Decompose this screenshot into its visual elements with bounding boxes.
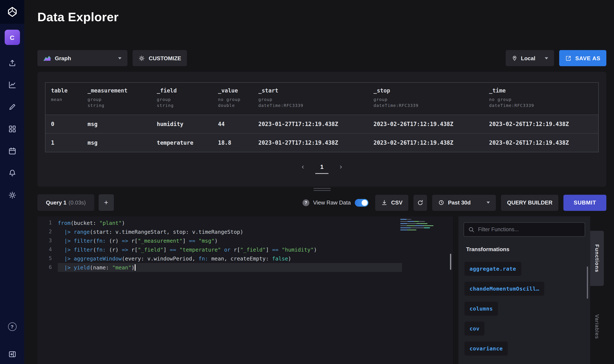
column-meta: mean xyxy=(51,97,82,103)
code-token: (every: v.windowPeriod, xyxy=(122,255,198,262)
sidebar-item-load-data[interactable] xyxy=(7,58,17,67)
table-cell: 44 xyxy=(212,121,253,127)
function-list: aggregate.ratechandeMomentumOscill…colum… xyxy=(464,262,585,355)
editor-minimap[interactable] xyxy=(400,219,438,232)
sidebar-item-notebooks[interactable] xyxy=(7,102,17,112)
editor-scrollbar-thumb[interactable] xyxy=(450,254,451,270)
sidebar-item-help[interactable]: ? xyxy=(7,322,17,331)
code-token xyxy=(176,247,179,253)
code-line[interactable]: |> aggregateWindow(every: v.windowPeriod… xyxy=(58,254,402,263)
function-item[interactable]: cov xyxy=(464,322,485,336)
sidebar-item-data-explorer[interactable] xyxy=(7,80,17,90)
code-line[interactable]: |> range(start: v.timeRangeStart, stop: … xyxy=(58,227,402,236)
query-tab[interactable]: Query 1 (0.03s) xyxy=(37,194,94,211)
code-token: range xyxy=(74,229,90,235)
code-token: == xyxy=(189,238,195,244)
sidebar-expand-button[interactable] xyxy=(7,350,17,359)
prev-page-button[interactable]: ‹ xyxy=(302,162,304,171)
help-icon[interactable]: ? xyxy=(303,199,309,206)
chevron-down-icon xyxy=(545,57,548,59)
pin-icon xyxy=(512,55,517,61)
upload-icon xyxy=(8,59,16,67)
code-token: r[ xyxy=(231,247,240,253)
function-item[interactable]: covariance xyxy=(464,341,508,355)
minimap-line xyxy=(400,230,417,230)
table-row: 0msghumidity442023-01-27T17:12:19.438Z20… xyxy=(45,115,598,133)
minimap-line xyxy=(400,223,427,224)
function-search-input[interactable] xyxy=(478,227,580,233)
code-line[interactable]: |> filter(fn: (r) => r["_field"] == "tem… xyxy=(58,245,402,254)
code-token: fn: xyxy=(96,238,106,244)
table-cell: msg xyxy=(82,140,151,146)
raw-data-table[interactable]: tablemean_measurementgroupstring_fieldgr… xyxy=(45,82,599,152)
table-cell: humidity xyxy=(151,121,212,127)
functions-scrollbar-thumb[interactable] xyxy=(587,266,588,299)
panel-resize-handle[interactable] xyxy=(313,188,330,191)
code-line[interactable]: from(bucket: "plant") xyxy=(58,219,402,227)
sidebar-item-settings[interactable] xyxy=(7,191,17,200)
sidebar-item-tasks[interactable] xyxy=(7,146,17,156)
tab-functions[interactable]: Functions xyxy=(590,231,604,286)
view-type-dropdown[interactable]: Graph xyxy=(37,50,127,66)
column-meta: no group xyxy=(218,97,253,103)
code-token: (r) xyxy=(106,238,122,244)
time-range-dropdown[interactable]: Past 30d xyxy=(432,195,496,211)
refresh-button[interactable] xyxy=(414,195,427,211)
code-token: |> xyxy=(64,238,70,244)
sidebar-item-dashboards[interactable] xyxy=(7,124,17,134)
query-builder-button[interactable]: QUERY BUILDER xyxy=(501,195,558,211)
tab-variables[interactable]: Variables xyxy=(590,309,604,344)
function-item[interactable]: columns xyxy=(464,302,498,316)
table-column-header: _stopgroupdateTime:RFC3339 xyxy=(368,83,484,115)
editor-code-area[interactable]: from(bucket: "plant") |> range(start: v.… xyxy=(58,219,453,364)
code-line[interactable]: |> yield(name: "mean") xyxy=(58,263,402,272)
code-token: fn: xyxy=(198,255,208,262)
area-chart-icon xyxy=(43,55,51,61)
code-token: "temperature" xyxy=(179,247,221,253)
minimap-line xyxy=(400,219,411,220)
code-line[interactable]: |> filter(fn: (r) => r["_measurement"] =… xyxy=(58,236,402,245)
code-token xyxy=(221,247,224,253)
minimap-line xyxy=(400,225,433,226)
current-page-number[interactable]: 1 xyxy=(315,162,329,174)
table-body: 0msghumidity442023-01-27T17:12:19.438Z20… xyxy=(45,115,598,152)
search-icon xyxy=(468,226,475,233)
save-as-button[interactable]: SAVE AS xyxy=(559,50,606,66)
line-number: 2 xyxy=(37,227,52,236)
functions-panel: Transformations aggregate.ratechandeMome… xyxy=(459,216,590,364)
sidebar-item-alerts[interactable] xyxy=(7,169,17,178)
code-token: ) xyxy=(131,264,135,271)
table-cell: 2023-02-26T17:12:19.438Z xyxy=(484,121,598,127)
help-icon: ? xyxy=(8,322,16,331)
view-raw-data-toggle[interactable] xyxy=(355,199,368,206)
query-tab-label: Query 1 xyxy=(46,199,67,206)
table-header-row: tablemean_measurementgroupstring_fieldgr… xyxy=(45,83,598,115)
next-page-button[interactable]: › xyxy=(340,162,342,171)
table-cell: 2023-02-26T17:12:19.438Z xyxy=(484,140,598,146)
column-meta: group xyxy=(258,97,368,103)
text-cursor xyxy=(135,264,135,271)
timezone-dropdown[interactable]: Local xyxy=(506,50,554,66)
function-item[interactable]: chandeMomentumOscill… xyxy=(464,282,544,296)
pencil-icon xyxy=(8,103,16,111)
table-pagination: ‹ 1 › xyxy=(45,162,599,173)
column-meta: group xyxy=(157,97,212,103)
table-cell: 2023-01-27T17:12:19.438Z xyxy=(253,121,368,127)
csv-download-button[interactable]: CSV xyxy=(375,195,408,211)
code-token: |> xyxy=(64,264,70,271)
code-token: yield xyxy=(74,264,90,271)
download-icon xyxy=(381,199,387,206)
add-query-button[interactable]: + xyxy=(98,194,114,211)
function-item[interactable]: aggregate.rate xyxy=(464,262,521,276)
code-token: ( xyxy=(93,247,96,253)
code-token xyxy=(70,255,74,262)
influxdb-logo-button[interactable] xyxy=(0,0,24,24)
org-avatar[interactable]: C xyxy=(4,30,20,45)
submit-button[interactable]: SUBMIT xyxy=(563,195,606,211)
customize-button[interactable]: CUSTOMIZE xyxy=(133,50,187,66)
code-token: ] xyxy=(266,247,272,253)
flux-code-editor[interactable]: 123456 from(bucket: "plant") |> range(st… xyxy=(37,216,453,364)
code-token xyxy=(195,238,198,244)
code-token: ) xyxy=(215,238,218,244)
column-meta: dateTime:RFC3339 xyxy=(374,103,484,109)
